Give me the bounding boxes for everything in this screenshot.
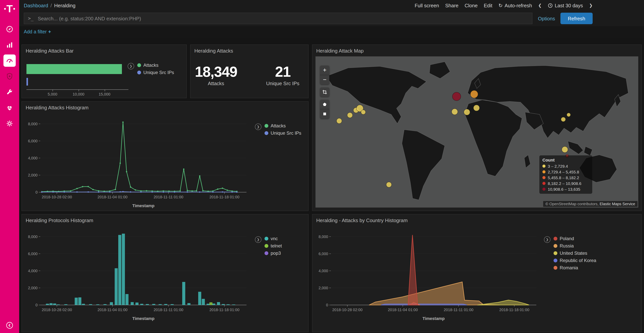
legend-dot (554, 259, 557, 262)
chart-legend: ❯ Attacks Unique Src IPs (255, 123, 301, 136)
map-legend: Count 3 – 2,729.4 2,729.4 – 5,455.8 5,45… (539, 155, 592, 194)
country-histogram-chart[interactable]: 02,0004,0006,0008,0002018-10-28 02:00201… (313, 225, 542, 322)
rectangle-icon (322, 111, 327, 117)
sidebar-item-tpot[interactable] (4, 70, 16, 83)
legend-dot (137, 71, 141, 74)
auto-refresh-button[interactable]: ↻ Auto-refresh (498, 3, 532, 8)
chart-legend: ❯ vnc telnet pop3 (255, 236, 282, 256)
metric-value: 21 (262, 64, 304, 80)
svg-text:4,000: 4,000 (28, 156, 38, 160)
logo-dot-right (14, 8, 15, 10)
dashboard-grid: Heralding Attacks Bar 5,00010,00015,000 … (19, 38, 644, 333)
breadcrumb-dashboard-link[interactable]: Dashboard (24, 3, 48, 8)
draw-polygon-button[interactable] (320, 100, 329, 109)
refresh-button[interactable]: Refresh (560, 13, 593, 24)
legend-item-republic-of-korea[interactable]: Republic of Korea (554, 258, 596, 263)
time-back-button[interactable]: ❮ (538, 3, 542, 8)
legend-toggle-icon[interactable]: ❯ (255, 124, 262, 130)
panel-attacks-histogram: Heralding Attacks Histogram 02,0004,0006… (22, 101, 308, 211)
protocols-histogram-chart[interactable]: 02,0004,0006,0008,0002018-10-28 02:00201… (22, 225, 252, 322)
legend-item-poland[interactable]: Poland (554, 236, 596, 241)
clone-button[interactable]: Clone (464, 3, 478, 8)
fullscreen-button[interactable]: Full screen (414, 3, 439, 8)
legend-dot (542, 188, 546, 191)
wrench-icon (6, 88, 14, 96)
svg-text:0: 0 (36, 303, 38, 307)
share-button[interactable]: Share (445, 3, 458, 8)
world-map[interactable]: + − (316, 56, 638, 208)
sidebar-collapse-button[interactable] (0, 321, 19, 329)
svg-text:2018-10-28 02:00: 2018-10-28 02:00 (42, 308, 72, 312)
legend-dot (542, 170, 546, 173)
svg-text:Timestamp: Timestamp (422, 316, 445, 321)
time-range-label: Last 30 days (555, 3, 583, 8)
sidebar-item-management[interactable] (4, 117, 16, 130)
legend-item-unique-src-ips[interactable]: Unique Src IPs (264, 130, 301, 136)
legend-item-telnet[interactable]: telnet (264, 243, 282, 249)
panel-country-histogram: Heralding - Attacks by Country Histogram… (312, 214, 642, 332)
telekom-logo[interactable]: T (4, 3, 15, 15)
legend-toggle-icon[interactable]: ❯ (255, 236, 262, 243)
map-attribution: © OpenStreetMap contributors, Elastic Ma… (543, 201, 638, 207)
legend-toggle-icon[interactable]: ❯ (128, 63, 134, 70)
search-box[interactable]: >_ (24, 13, 532, 24)
query-options-link[interactable]: Options (538, 16, 555, 21)
svg-text:6,000: 6,000 (28, 252, 38, 256)
map-controls: + − (320, 66, 329, 119)
draw-rectangle-button[interactable] (320, 109, 329, 119)
zoom-in-button[interactable]: + (320, 66, 329, 75)
sidebar-item-monitoring[interactable] (4, 102, 16, 114)
svg-text:2018-11-11 01:00: 2018-11-11 01:00 (154, 195, 183, 199)
fit-bounds-button[interactable] (320, 88, 329, 97)
legend-item-attacks[interactable]: Attacks (137, 63, 174, 68)
hbar-Unique Src IPs[interactable] (26, 78, 28, 86)
time-forward-button[interactable]: ❯ (589, 3, 593, 8)
attacks-bar-chart[interactable]: 5,00010,00015,000 (26, 62, 142, 98)
metric-attacks: 18,349 Attacks (195, 64, 237, 86)
bar-chart-icon (6, 41, 14, 49)
terminal-prompt-icon: >_ (28, 16, 34, 21)
sidebar-item-discover[interactable] (4, 23, 16, 35)
legend-item-vnc[interactable]: vnc (264, 236, 282, 241)
sidebar-item-devtools[interactable] (4, 86, 16, 98)
svg-text:8,000: 8,000 (318, 235, 328, 239)
panel-protocols-histogram: Heralding Protocols Histogram 02,0004,00… (22, 214, 308, 332)
sidebar-item-dashboard[interactable] (4, 55, 16, 67)
map-legend-row: 3 – 2,729.4 (542, 164, 589, 168)
legend-item-united-states[interactable]: United States (554, 250, 596, 256)
kibana-dashboard: T (0, 0, 644, 333)
attacks-histogram-chart[interactable]: 02,0004,0006,0008,0002018-10-28 02:00201… (22, 112, 252, 209)
legend-dot (554, 266, 557, 270)
legend-toggle-icon[interactable]: ❯ (544, 236, 550, 243)
panel-title: Heralding Attacks Histogram (22, 102, 308, 111)
hbar-Attacks[interactable] (26, 64, 122, 74)
legend-dot (264, 131, 268, 135)
top-navbar: Dashboard / Heralding Full screen Share … (19, 0, 644, 11)
legend-item-pop3[interactable]: pop3 (264, 250, 282, 256)
time-range-picker[interactable]: Last 30 days (548, 3, 583, 8)
svg-text:Timestamp: Timestamp (132, 203, 154, 208)
svg-text:2018-11-18 01:00: 2018-11-18 01:00 (210, 195, 240, 199)
search-input[interactable] (37, 15, 528, 22)
legend-dot (554, 251, 557, 255)
edit-button[interactable]: Edit (484, 3, 492, 8)
add-filter-link[interactable]: Add a filter+ (24, 29, 51, 35)
svg-text:8,000: 8,000 (28, 122, 38, 126)
panel-title: Heralding Attack Map (312, 45, 641, 54)
zoom-out-button[interactable]: − (320, 75, 329, 84)
svg-text:0: 0 (326, 303, 328, 307)
logo-letter: T (6, 3, 13, 15)
svg-text:4,000: 4,000 (318, 269, 328, 273)
panel-title: Heralding - Attacks by Country Histogram (312, 214, 641, 223)
collapse-icon (6, 321, 14, 329)
sidebar-item-visualize[interactable] (4, 39, 16, 51)
legend-item-russia[interactable]: Russia (554, 243, 596, 249)
map-legend-row: 8,182.2 – 10,908.6 (542, 181, 589, 186)
panel-attacks-metric: Heralding Attacks 18,349 Attacks 21 Uniq… (190, 45, 308, 98)
legend-item-attacks[interactable]: Attacks (264, 123, 301, 129)
legend-item-romania[interactable]: Romania (554, 265, 596, 270)
query-bar: >_ Options Refresh (19, 11, 644, 27)
clock-icon (548, 3, 553, 8)
legend-item-unique-src-ips[interactable]: Unique Src IPs (137, 70, 174, 75)
metric-value: 18,349 (195, 64, 237, 80)
